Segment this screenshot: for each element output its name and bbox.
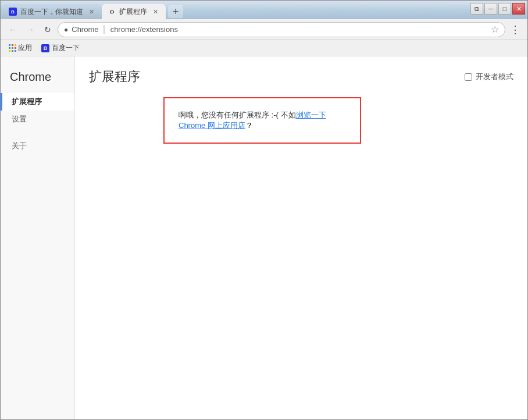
new-tab-button[interactable]: + xyxy=(168,5,183,18)
address-separator: │ xyxy=(102,25,107,34)
sidebar-item-about[interactable]: 关于 xyxy=(1,137,74,155)
tab-baidu-label: 百度一下，你就知道 xyxy=(20,7,83,17)
maximize-btn[interactable]: □ xyxy=(498,3,511,15)
page-header: 扩展程序 开发者模式 xyxy=(89,68,513,86)
bookmarks-bar: 应用 B 百度一下 xyxy=(1,40,527,56)
back-button[interactable]: ← xyxy=(5,22,20,37)
page-title: 扩展程序 xyxy=(89,68,140,86)
nav-bar: ← → ↻ ● Chrome │ chrome://extensions ☆ ⋮ xyxy=(1,19,527,40)
empty-extensions-box: 啊哦，您没有任何扩展程序 :-( 不如浏览一下 Chrome 网上应用店？ xyxy=(163,97,361,144)
bookmark-star-icon[interactable]: ☆ xyxy=(491,24,499,35)
sidebar-item-settings[interactable]: 设置 xyxy=(1,111,74,128)
sidebar-title: Chrome xyxy=(1,66,74,93)
refresh-button[interactable]: ↻ xyxy=(40,22,55,37)
baidu-favicon: B xyxy=(41,44,49,52)
apps-bookmark[interactable]: 应用 xyxy=(5,42,35,54)
tab-baidu-favicon: B xyxy=(9,8,17,16)
close-btn[interactable]: ✕ xyxy=(512,3,525,15)
tab-extensions-favicon: ⚙ xyxy=(108,8,116,16)
tab-extensions[interactable]: ⚙ 扩展程序 ✕ xyxy=(102,4,166,19)
dev-mode-control[interactable]: 开发者模式 xyxy=(465,72,513,82)
dev-mode-checkbox[interactable] xyxy=(465,73,472,81)
sidebar-item-extensions[interactable]: 扩展程序 xyxy=(1,93,74,111)
address-bar[interactable]: ● Chrome │ chrome://extensions ☆ xyxy=(58,22,505,37)
address-url: chrome://extensions xyxy=(110,25,178,34)
content-area: Chrome 扩展程序 设置 关于 扩展程序 开发者模式 啊哦，您没有任何扩展程… xyxy=(1,56,527,419)
store-link-suffix: ？ xyxy=(245,121,253,130)
dev-mode-label: 开发者模式 xyxy=(476,72,513,82)
tab-baidu-close[interactable]: ✕ xyxy=(87,7,96,16)
title-bar: ⧉ ─ □ ✕ B 百度一下，你就知道 ✕ ⚙ 扩展程序 ✕ + xyxy=(1,1,527,19)
extensions-content: 啊哦，您没有任何扩展程序 :-( 不如浏览一下 Chrome 网上应用店？ xyxy=(89,97,513,144)
baidu-label: 百度一下 xyxy=(52,43,80,53)
window-controls[interactable]: ⧉ ─ □ ✕ xyxy=(470,3,525,15)
empty-message-prefix: 啊哦，您没有任何扩展程序 :-( xyxy=(179,111,279,119)
main-content: 扩展程序 开发者模式 啊哦，您没有任何扩展程序 :-( 不如浏览一下 Chrom… xyxy=(75,56,527,419)
restore-btn[interactable]: ⧉ xyxy=(470,3,483,15)
tab-baidu[interactable]: B 百度一下，你就知道 ✕ xyxy=(3,4,102,19)
apps-grid-icon xyxy=(9,44,17,52)
baidu-bookmark[interactable]: B 百度一下 xyxy=(38,42,83,54)
tab-extensions-close[interactable]: ✕ xyxy=(151,7,160,16)
apps-label: 应用 xyxy=(18,43,32,53)
address-protocol: Chrome xyxy=(72,25,98,34)
menu-button[interactable]: ⋮ xyxy=(508,22,523,37)
tab-bar: B 百度一下，你就知道 ✕ ⚙ 扩展程序 ✕ + xyxy=(1,4,183,19)
minimize-btn[interactable]: ─ xyxy=(484,3,497,15)
address-lock-icon: ● xyxy=(64,26,68,34)
sidebar: Chrome 扩展程序 设置 关于 xyxy=(1,56,75,419)
forward-button[interactable]: → xyxy=(23,22,38,37)
empty-message-middle: 不如 xyxy=(281,111,296,119)
tab-extensions-label: 扩展程序 xyxy=(119,7,147,17)
